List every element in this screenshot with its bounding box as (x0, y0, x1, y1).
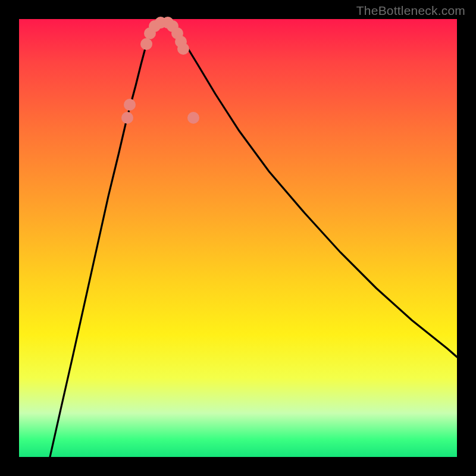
marker-dot (140, 38, 152, 50)
chart-svg (19, 19, 457, 457)
marker-dot (121, 112, 133, 124)
curve-right (164, 23, 457, 357)
watermark-text: TheBottleneck.com (356, 4, 465, 18)
marker-dot (187, 112, 199, 124)
marker-dot (124, 99, 136, 111)
marker-dots (121, 17, 199, 124)
page-frame: TheBottleneck.com (0, 0, 476, 476)
marker-dot (177, 43, 189, 55)
chart-plot-area (19, 19, 457, 457)
curve-left (50, 23, 164, 457)
